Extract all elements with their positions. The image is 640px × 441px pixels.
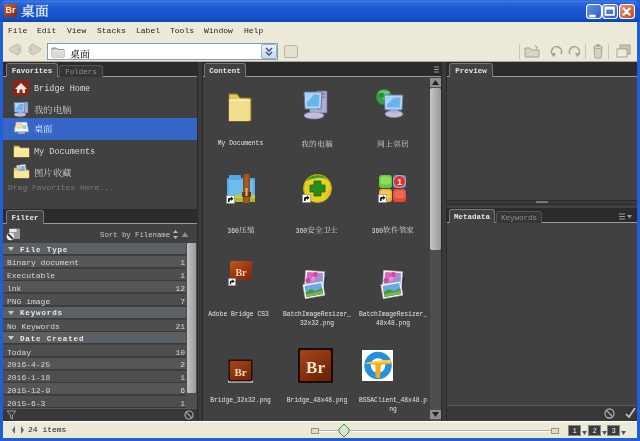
svg-text:Br: Br <box>306 358 325 377</box>
svg-text:Br: Br <box>234 366 246 378</box>
svg-text:1: 1 <box>397 177 402 187</box>
svg-text:Br: Br <box>235 267 247 278</box>
